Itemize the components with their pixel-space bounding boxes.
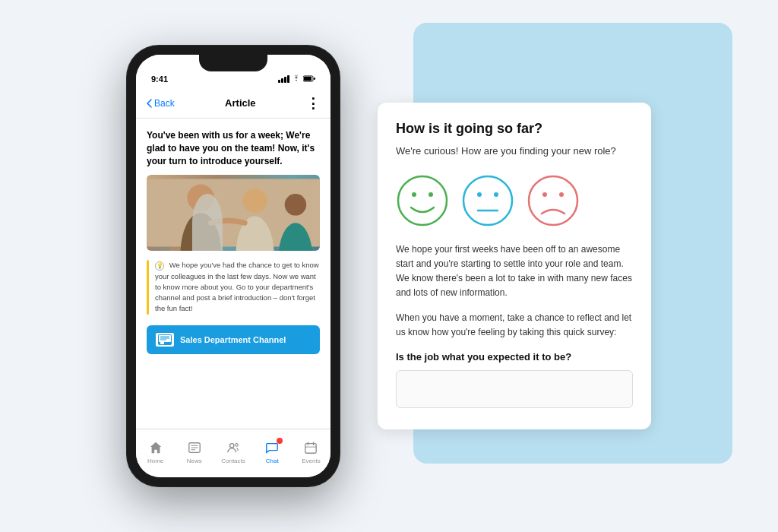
signal-bar-1 — [278, 80, 280, 83]
contacts-icon — [226, 440, 241, 455]
svg-rect-2 — [314, 78, 315, 80]
happy-face[interactable] — [396, 174, 449, 227]
home-icon — [148, 440, 163, 455]
neutral-face[interactable] — [461, 174, 514, 227]
tab-chat[interactable]: Chat — [253, 440, 292, 464]
phone: 9:41 — [127, 46, 340, 486]
article-image — [147, 175, 320, 251]
channel-icon — [156, 333, 174, 347]
emoji-row — [396, 174, 633, 227]
svg-rect-12 — [160, 342, 164, 344]
chat-badge — [277, 438, 283, 444]
tab-home-label: Home — [147, 458, 163, 464]
svg-point-20 — [230, 443, 234, 447]
wifi-icon — [292, 74, 301, 84]
article-title: You've been with us for a week; We're gl… — [147, 129, 320, 167]
channel-label: Sales Department Channel — [180, 335, 286, 344]
svg-point-31 — [494, 192, 498, 197]
nav-title: Article — [175, 97, 306, 109]
signal-bars — [278, 75, 289, 83]
svg-point-5 — [187, 185, 214, 212]
svg-rect-1 — [304, 77, 312, 81]
svg-point-35 — [559, 192, 564, 197]
highlight-text: 💡 We hope you've had the chance to get t… — [155, 260, 320, 314]
tab-events-label: Events — [302, 458, 320, 464]
svg-point-29 — [463, 176, 512, 225]
sad-face[interactable] — [527, 174, 580, 227]
status-icons — [278, 74, 315, 84]
svg-point-30 — [477, 192, 482, 197]
channel-button[interactable]: Sales Department Channel — [147, 325, 320, 354]
chat-icon — [264, 440, 280, 455]
tab-news[interactable]: News — [175, 440, 213, 464]
svg-point-27 — [412, 192, 416, 197]
nav-bar: Back Article ⋮ — [136, 88, 330, 119]
svg-point-9 — [285, 194, 307, 216]
svg-rect-22 — [305, 443, 316, 453]
svg-point-26 — [398, 176, 447, 225]
survey-title: How is it going so far? — [396, 121, 633, 137]
status-time: 9:41 — [151, 74, 168, 84]
article-content: You've been with us for a week; We're gl… — [136, 119, 330, 429]
hint-icon: 💡 — [155, 261, 164, 271]
tab-chat-label: Chat — [266, 458, 279, 464]
svg-point-34 — [542, 192, 547, 197]
tab-news-label: News — [187, 458, 202, 464]
tab-home[interactable]: Home — [136, 440, 175, 464]
back-label: Back — [154, 98, 175, 109]
svg-point-28 — [429, 192, 433, 197]
tab-events[interactable]: Events — [292, 440, 330, 464]
phone-screen: 9:41 — [136, 55, 330, 477]
news-icon — [187, 440, 202, 455]
battery-icon — [303, 75, 315, 84]
phone-notch — [199, 55, 267, 71]
survey-card: How is it going so far? We're curious! H… — [378, 103, 651, 429]
phone-wrapper: 9:41 — [127, 46, 340, 486]
back-button[interactable]: Back — [147, 98, 175, 109]
signal-bar-4 — [287, 75, 289, 83]
events-icon — [303, 440, 318, 455]
survey-subtitle: We're curious! How are you finding your … — [396, 144, 633, 158]
survey-question: Is the job what you expected it to be? — [396, 351, 633, 363]
yellow-bar — [147, 260, 149, 314]
more-button[interactable]: ⋮ — [306, 95, 320, 112]
highlight-block: 💡 We hope you've had the chance to get t… — [147, 260, 320, 314]
survey-body-1: We hope your first weeks have been off t… — [396, 242, 633, 301]
svg-point-21 — [236, 443, 239, 446]
tab-bar: Home News Contacts — [136, 429, 330, 477]
svg-point-7 — [242, 188, 267, 213]
scene: 9:41 — [0, 0, 778, 532]
signal-bar-2 — [281, 78, 283, 83]
svg-point-33 — [529, 176, 577, 225]
tab-contacts-label: Contacts — [221, 458, 245, 464]
survey-textarea[interactable] — [396, 370, 633, 408]
tab-contacts[interactable]: Contacts — [213, 440, 252, 464]
survey-body-2: When you have a moment, take a chance to… — [396, 311, 633, 340]
signal-bar-3 — [284, 77, 286, 83]
